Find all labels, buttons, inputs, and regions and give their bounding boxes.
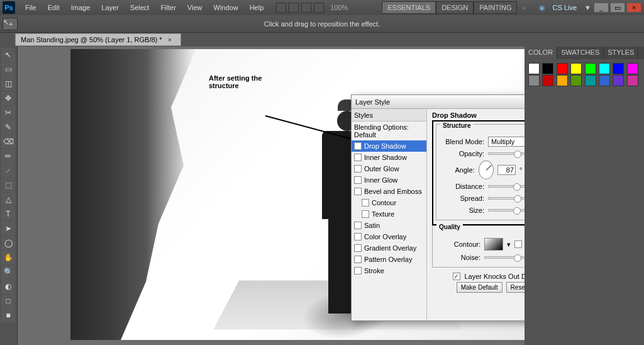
tool-11[interactable]: T <box>1 207 15 221</box>
style-checkbox[interactable] <box>362 199 369 206</box>
swatch[interactable] <box>528 63 540 74</box>
swatch[interactable] <box>570 75 582 86</box>
style-checkbox[interactable] <box>354 154 362 161</box>
tool-12[interactable]: ➤ <box>1 222 15 235</box>
cslive-button[interactable]: CS Live <box>548 2 582 13</box>
zoom-menu[interactable]: 100% <box>326 4 352 11</box>
make-default-button[interactable]: Make Default <box>457 282 502 293</box>
swatch[interactable] <box>528 75 540 86</box>
style-item-pattern-overlay[interactable]: Pattern Overlay <box>352 254 426 265</box>
close-button[interactable]: × <box>626 3 641 13</box>
style-checkbox[interactable] <box>354 188 362 195</box>
menu-select[interactable]: Select <box>125 2 155 13</box>
swatch[interactable] <box>585 63 596 74</box>
tool-8[interactable]: ⟋ <box>1 164 15 178</box>
angle-dial[interactable] <box>479 161 494 179</box>
style-item-texture[interactable]: Texture <box>352 208 426 220</box>
swatch[interactable] <box>627 75 638 86</box>
swatch[interactable] <box>599 75 610 86</box>
menu-layer[interactable]: Layer <box>96 2 124 13</box>
tool-10[interactable]: △ <box>1 193 15 206</box>
maximize-button[interactable]: ▭ <box>610 3 625 13</box>
style-item-gradient-overlay[interactable]: Gradient Overlay <box>352 242 426 254</box>
workspace-essentials[interactable]: ESSENTIALS <box>382 1 436 14</box>
style-item-color-overlay[interactable]: Color Overlay <box>352 231 426 242</box>
menu-help[interactable]: Help <box>245 2 269 13</box>
antialiased-checkbox[interactable] <box>514 240 522 248</box>
style-checkbox[interactable] <box>354 256 362 263</box>
minimize-button[interactable]: _ <box>594 3 609 13</box>
opacity-slider[interactable] <box>488 152 525 155</box>
panel-tab-styles[interactable]: STYLES <box>604 47 638 59</box>
tool-2[interactable]: ◫ <box>1 77 15 91</box>
workspace-design[interactable]: DESIGN <box>436 1 474 14</box>
panel-tab-color[interactable]: COLOR <box>525 47 557 59</box>
style-checkbox[interactable] <box>354 222 362 229</box>
swatch[interactable] <box>570 63 582 74</box>
swatch[interactable] <box>557 63 568 74</box>
swatch[interactable] <box>542 63 553 74</box>
swatch[interactable] <box>557 75 568 86</box>
menu-image[interactable]: Image <box>66 2 96 13</box>
knockout-checkbox[interactable]: ✓ <box>453 273 460 280</box>
tool-0[interactable]: ↖ <box>1 48 15 62</box>
tab-close-icon[interactable]: × <box>164 36 175 43</box>
angle-input[interactable]: 87 <box>497 165 516 175</box>
swatch[interactable] <box>599 63 610 74</box>
reset-default-button[interactable]: Reset to Default <box>506 282 525 293</box>
swatch[interactable] <box>627 63 638 74</box>
style-checkbox[interactable] <box>354 233 362 240</box>
canvas-area[interactable]: After setting thestructure Layer Style ×… <box>18 47 525 345</box>
menu-view[interactable]: View <box>182 2 208 13</box>
swatch[interactable] <box>542 75 553 86</box>
style-item-blending-options-default[interactable]: Blending Options: Default <box>352 122 426 140</box>
style-item-bevel-and-emboss[interactable]: Bevel and Emboss <box>352 186 426 197</box>
tool-4[interactable]: ✂ <box>1 106 15 120</box>
tool-6[interactable]: ⌫ <box>1 135 15 149</box>
style-checkbox[interactable] <box>362 210 369 218</box>
swatch[interactable] <box>585 75 596 86</box>
menu-edit[interactable]: Edit <box>43 2 65 13</box>
swatch[interactable] <box>613 75 624 86</box>
style-checkbox[interactable] <box>354 244 362 252</box>
tool-3[interactable]: ✥ <box>1 91 15 105</box>
tool-indicator[interactable]: ↖+ <box>3 18 18 30</box>
style-item-contour[interactable]: Contour <box>352 197 426 208</box>
spread-slider[interactable] <box>488 197 525 200</box>
size-slider[interactable] <box>488 209 525 212</box>
minibridge-icon[interactable] <box>289 3 299 13</box>
style-checkbox[interactable]: ✓ <box>354 142 362 150</box>
style-checkbox[interactable] <box>354 165 362 172</box>
noise-slider[interactable] <box>484 256 525 259</box>
tool-7[interactable]: ✏ <box>1 149 15 163</box>
tool-17[interactable]: □ <box>1 294 15 308</box>
style-item-drop-shadow[interactable]: ✓Drop Shadow <box>352 140 426 152</box>
menu-window[interactable]: Window <box>209 2 243 13</box>
tool-18[interactable]: ■ <box>1 308 15 322</box>
screen-mode-icon[interactable] <box>314 3 324 13</box>
tool-5[interactable]: ✎ <box>1 120 15 134</box>
tool-9[interactable]: ⬚ <box>1 178 15 192</box>
blend-mode-select[interactable]: Multiply <box>488 137 525 147</box>
swatch[interactable] <box>613 63 624 74</box>
tool-13[interactable]: ◯ <box>1 236 15 250</box>
tool-1[interactable]: ▭ <box>1 62 15 76</box>
style-item-stroke[interactable]: Stroke <box>352 265 426 276</box>
tool-14[interactable]: ✋ <box>1 251 15 264</box>
workspace-painting[interactable]: PAINTING <box>474 1 517 14</box>
menu-filter[interactable]: Filter <box>155 2 180 13</box>
tool-15[interactable]: 🔍 <box>1 265 15 279</box>
contour-picker[interactable] <box>484 238 503 251</box>
style-checkbox[interactable] <box>354 176 362 184</box>
menu-file[interactable]: File <box>20 2 42 13</box>
panel-tab-swatches[interactable]: SWATCHES <box>557 47 604 59</box>
distance-slider[interactable] <box>488 185 525 188</box>
style-item-inner-shadow[interactable]: Inner Shadow <box>352 152 426 163</box>
style-item-outer-glow[interactable]: Outer Glow <box>352 163 426 174</box>
tool-16[interactable]: ◐ <box>1 280 15 293</box>
extras-icon[interactable] <box>301 3 311 13</box>
style-item-satin[interactable]: Satin <box>352 220 426 231</box>
style-checkbox[interactable] <box>354 267 362 274</box>
bridge-icon[interactable] <box>276 3 286 13</box>
document-tab[interactable]: Man Standing.jpeg @ 50% (Layer 1, RGB/8)… <box>15 33 181 46</box>
